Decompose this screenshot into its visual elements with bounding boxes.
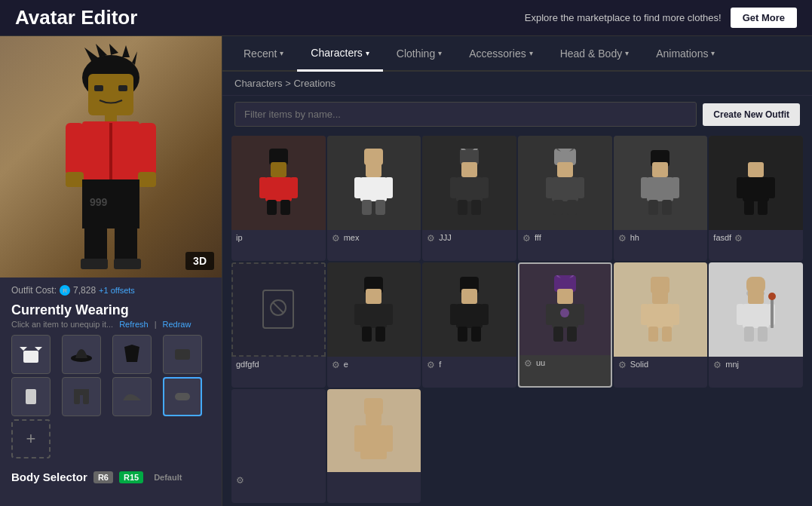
svg-rect-93: [481, 304, 489, 325]
avatar-svg: 999: [51, 44, 171, 270]
svg-rect-86: [385, 304, 393, 325]
outfits-grid: ip ⚙ mex: [222, 133, 812, 506]
svg-rect-62: [577, 177, 584, 198]
tab-recent[interactable]: Recent ▾: [230, 36, 297, 70]
r6-badge[interactable]: R6: [93, 471, 113, 483]
get-more-button[interactable]: Get More: [731, 8, 797, 28]
svg-rect-104: [553, 327, 563, 342]
create-outfit-button[interactable]: Create New Outfit: [703, 103, 800, 126]
svg-rect-38: [267, 200, 277, 215]
svg-marker-24: [35, 347, 42, 351]
svg-text:999: 999: [90, 196, 108, 208]
svg-rect-105: [567, 327, 577, 342]
add-item-slot[interactable]: +: [11, 419, 51, 458]
svg-rect-126: [354, 425, 362, 452]
svg-rect-55: [471, 200, 481, 215]
svg-rect-59: [557, 162, 573, 177]
outfit-card-uu[interactable]: ⚙ uu: [518, 262, 612, 388]
svg-rect-119: [744, 327, 754, 342]
svg-rect-18: [84, 226, 107, 264]
svg-rect-45: [362, 200, 372, 215]
svg-rect-54: [458, 200, 467, 215]
filter-input[interactable]: [234, 102, 697, 127]
outfit-cost: Outfit Cost: R 7,828 +1 offsets: [11, 285, 210, 296]
tab-clothing-arrow: ▾: [438, 49, 442, 57]
worn-item-pants[interactable]: [62, 377, 101, 416]
default-badge: Default: [149, 471, 186, 483]
tab-accessories[interactable]: Accessories ▾: [455, 36, 546, 70]
outfit-card-mex[interactable]: ⚙ mex: [327, 136, 421, 261]
svg-rect-115: [748, 289, 764, 304]
worn-item-acc2[interactable]: [163, 377, 202, 416]
svg-rect-66: [652, 162, 668, 177]
svg-rect-12: [66, 123, 84, 176]
outfit-name-uu: ⚙ uu: [519, 355, 611, 370]
outfit-name-mex: ⚙ mex: [327, 230, 421, 245]
outfit-card-gdfgfd[interactable]: gdfgfd: [231, 262, 326, 388]
svg-line-81: [273, 302, 283, 313]
svg-point-122: [768, 293, 776, 300]
svg-rect-77: [744, 200, 754, 215]
outfit-name-plain: [327, 472, 421, 478]
tab-clothing[interactable]: Clothing ▾: [383, 36, 455, 70]
svg-rect-112: [662, 327, 672, 342]
svg-rect-127: [385, 425, 393, 452]
worn-item-shoes[interactable]: [112, 377, 152, 416]
gear-icon-mex: ⚙: [332, 233, 341, 242]
outfit-card-jjj[interactable]: ⚙ JJJ: [422, 136, 516, 261]
robux-icon: R: [60, 285, 70, 296]
worn-item-acc1[interactable]: [163, 335, 202, 374]
svg-rect-83: [366, 289, 381, 304]
worn-item-hair[interactable]: [112, 335, 152, 374]
outfit-card-mnj[interactable]: ⚙ mnj: [709, 262, 803, 388]
main-content: 999 3D Outfit Cost: R 7,828 +1 offsets C…: [0, 36, 812, 506]
svg-rect-32: [175, 393, 190, 400]
tab-head-body-arrow: ▾: [625, 49, 629, 57]
svg-rect-71: [662, 200, 672, 215]
svg-rect-101: [546, 304, 553, 325]
svg-rect-52: [450, 177, 458, 198]
outfit-card-fasdf[interactable]: fasdf ⚙: [709, 136, 803, 261]
tab-head-body[interactable]: Head & Body ▾: [547, 36, 643, 70]
svg-rect-14: [66, 172, 84, 187]
filter-bar: Create New Outfit: [222, 96, 812, 133]
svg-rect-99: [557, 289, 573, 304]
tab-characters[interactable]: Characters ▾: [297, 36, 382, 72]
click-hint: Click an item to unequip it... Refresh|R…: [0, 320, 222, 329]
marketplace-text: Explore the marketplace to find more clo…: [525, 12, 722, 23]
gear-icon-fasdf: ⚙: [734, 233, 743, 242]
svg-rect-90: [461, 289, 477, 304]
svg-rect-102: [577, 304, 584, 325]
tab-animations[interactable]: Animations ▾: [642, 36, 728, 70]
outfit-card-hh[interactable]: ⚙ hh: [614, 136, 708, 261]
outfit-card-plain[interactable]: [327, 389, 421, 503]
outfit-card-fff[interactable]: ⚙ fff: [518, 136, 612, 261]
svg-marker-23: [20, 347, 27, 351]
outfit-card-solid[interactable]: ⚙ Solid: [614, 262, 708, 388]
breadcrumb-parent[interactable]: Characters: [234, 78, 283, 89]
outfit-name-f: ⚙ f: [422, 357, 516, 372]
svg-rect-109: [641, 304, 648, 325]
svg-rect-13: [138, 123, 156, 176]
svg-rect-8: [118, 85, 127, 91]
r15-badge[interactable]: R15: [119, 471, 143, 483]
svg-rect-84: [360, 304, 387, 328]
breadcrumb: Characters > Creations: [222, 72, 812, 96]
worn-item-shirt[interactable]: [11, 335, 51, 374]
outfit-card-extra[interactable]: ⚙: [231, 389, 326, 503]
outfit-name-solid: ⚙ Solid: [614, 357, 708, 372]
worn-item-hat[interactable]: [62, 335, 101, 374]
svg-rect-34: [271, 162, 286, 177]
refresh-link[interactable]: Refresh: [119, 320, 149, 329]
svg-rect-92: [450, 304, 458, 325]
outfit-card-ip[interactable]: ip: [231, 136, 326, 261]
outfit-info: Outfit Cost: R 7,828 +1 offsets: [0, 278, 222, 299]
worn-item-shirt2[interactable]: [11, 377, 51, 416]
gear-icon-fff: ⚙: [522, 233, 532, 242]
svg-rect-20: [81, 259, 108, 269]
outfit-card-e[interactable]: ⚙ e: [327, 262, 421, 388]
outfit-name-gdfgfd: gdfgfd: [231, 357, 326, 372]
redraw-link[interactable]: Redraw: [163, 320, 192, 329]
outfit-card-f[interactable]: ⚙ f: [422, 262, 516, 388]
svg-rect-124: [366, 410, 381, 425]
